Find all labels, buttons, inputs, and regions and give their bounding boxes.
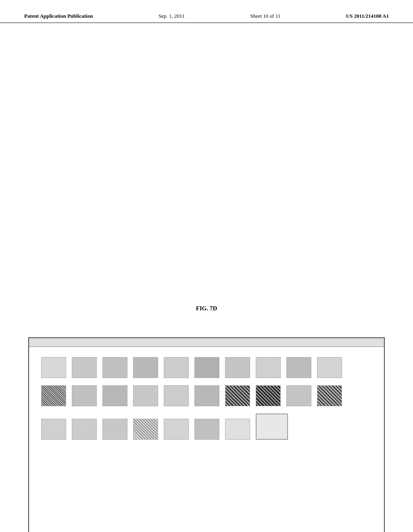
swatch-1-10	[317, 357, 342, 378]
swatch-3-7	[225, 419, 250, 440]
swatch-3-4	[133, 419, 158, 440]
swatch-2-4	[133, 385, 158, 406]
publication-label: Patent Application Publication	[24, 13, 93, 19]
swatch-3-8-large	[256, 414, 288, 440]
sheet-label: Sheet 10 of 11	[250, 13, 280, 19]
swatch-2-3	[102, 385, 127, 406]
swatch-2-5	[164, 385, 189, 406]
swatch-1-6	[194, 357, 219, 378]
swatch-2-9	[286, 385, 311, 406]
swatch-2-6	[194, 385, 219, 406]
swatches-area	[29, 347, 384, 450]
main-diagram-box	[28, 337, 385, 532]
swatch-row-2	[41, 385, 372, 406]
swatch-1-2	[72, 357, 97, 378]
swatch-1-3	[102, 357, 127, 378]
swatch-3-3	[102, 419, 127, 440]
swatch-1-4	[133, 357, 158, 378]
diagram-container: 730 702 738 734	[24, 305, 389, 312]
swatch-2-7	[225, 385, 250, 406]
swatch-row-3	[41, 414, 372, 440]
date-label: Sep. 1, 2011	[159, 13, 185, 19]
swatch-3-5	[164, 419, 189, 440]
swatch-row-1	[41, 357, 372, 378]
main-content: 730 702 738 734	[0, 23, 413, 328]
swatch-1-9	[286, 357, 311, 378]
swatch-1-5	[164, 357, 189, 378]
swatch-3-1	[41, 419, 66, 440]
swatch-1-1	[41, 357, 66, 378]
figure-caption: FIG. 7D	[24, 305, 389, 312]
swatch-1-7	[225, 357, 250, 378]
swatch-3-6	[194, 419, 219, 440]
swatch-2-10	[317, 385, 342, 406]
page-header: Patent Application Publication Sep. 1, 2…	[0, 0, 413, 23]
swatch-2-8	[256, 385, 281, 406]
patent-number-label: US 2011/214108 A1	[346, 13, 389, 19]
swatch-3-2	[72, 419, 97, 440]
swatch-2-1	[41, 385, 66, 406]
top-bar	[29, 338, 384, 347]
swatch-1-8	[256, 357, 281, 378]
swatch-2-2	[72, 385, 97, 406]
